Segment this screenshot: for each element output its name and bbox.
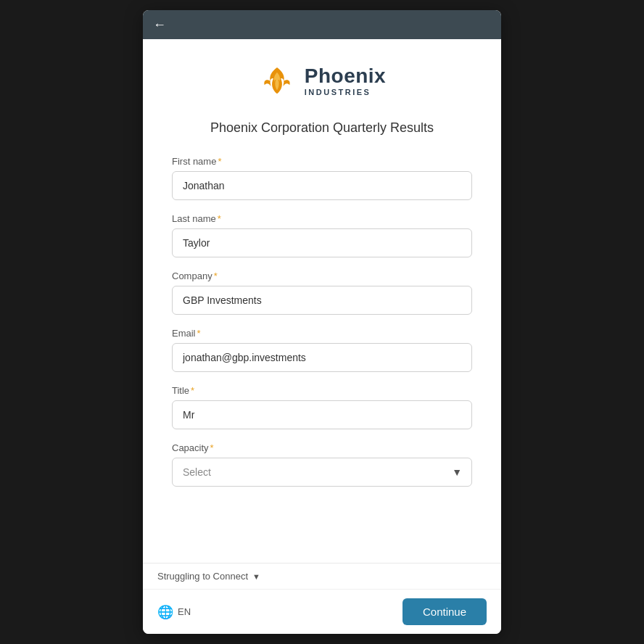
last-name-group: Last name* [172,213,472,257]
title-group: Title* [172,385,472,429]
struggling-row: Struggling to Connect ▼ [143,564,501,590]
capacity-select[interactable]: Select Individual Investor Institutional… [172,458,472,487]
title-input[interactable] [172,400,472,429]
continue-button[interactable]: Continue [402,598,487,625]
company-input[interactable] [172,286,472,315]
email-group: Email* [172,328,472,372]
device-frame: ← [143,10,501,634]
required-star: * [218,213,221,224]
capacity-label: Capacity* [172,442,472,453]
phoenix-logo-icon [258,62,296,100]
capacity-group: Capacity* Select Individual Investor Ins… [172,442,472,487]
company-label: Company* [172,271,472,281]
required-star: * [197,328,201,339]
last-name-input[interactable] [172,228,472,257]
page-title: Phoenix Corporation Quarterly Results [172,120,472,136]
required-star: * [214,271,218,281]
email-input[interactable] [172,343,472,372]
first-name-group: First name* [172,156,472,200]
logo-subtitle: INDUSTRIES [305,88,386,96]
required-star: * [210,442,214,453]
logo-text-group: Phoenix INDUSTRIES [305,66,386,96]
first-name-label: First name* [172,156,472,167]
company-group: Company* [172,271,472,315]
logo-name: Phoenix [305,66,386,86]
content-area: Phoenix INDUSTRIES Phoenix Corporation Q… [143,39,501,563]
logo-section: Phoenix INDUSTRIES [172,62,472,100]
required-star: * [218,156,221,167]
form-container: Phoenix INDUSTRIES Phoenix Corporation Q… [143,39,501,514]
top-bar: ← [143,10,501,39]
struggling-chevron-icon: ▼ [252,572,260,581]
required-star: * [191,385,194,396]
struggling-to-connect-button[interactable]: Struggling to Connect [157,571,248,582]
title-label: Title* [172,385,472,396]
back-button[interactable]: ← [153,17,166,33]
bottom-bar: Struggling to Connect ▼ 🌐 EN Continue [143,563,501,634]
capacity-select-wrapper: Select Individual Investor Institutional… [172,458,472,487]
first-name-input[interactable] [172,171,472,200]
last-name-label: Last name* [172,213,472,224]
email-label: Email* [172,328,472,339]
language-text: EN [178,606,191,617]
footer-row: 🌐 EN Continue [143,590,501,634]
globe-icon: 🌐 [157,604,173,620]
language-selector[interactable]: 🌐 EN [157,604,191,620]
